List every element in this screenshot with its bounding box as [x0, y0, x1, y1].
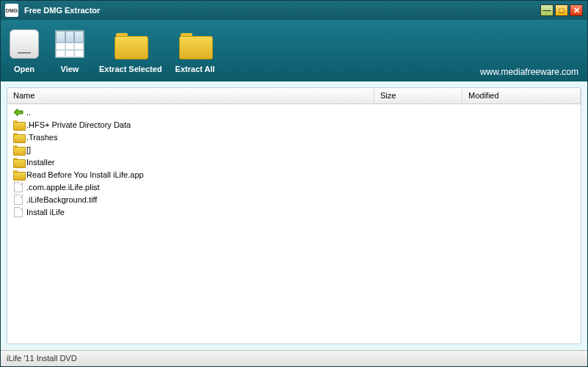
open-label: Open — [14, 65, 35, 73]
list-row[interactable]: .Trashes — [12, 131, 576, 143]
row-label: .Trashes — [26, 133, 57, 142]
window-title: Free DMG Extractor — [24, 6, 100, 15]
folder-icon — [12, 169, 25, 181]
app-icon: DMG — [5, 4, 18, 17]
row-label: Installer — [26, 158, 55, 167]
list-header: Name Size Modified — [7, 88, 581, 104]
back-arrow-icon — [12, 106, 25, 118]
list-row[interactable]: .HFS+ Private Directory Data — [12, 118, 576, 131]
status-text: iLife '11 Install DVD — [7, 354, 77, 363]
view-label: View — [61, 65, 79, 73]
folder-icon — [12, 119, 25, 131]
list-row[interactable]: Read Before You Install iLife.app — [12, 168, 576, 181]
file-icon — [12, 206, 25, 218]
row-label: Install iLife — [26, 208, 65, 217]
file-icon — [12, 194, 25, 206]
folder-icon — [12, 144, 25, 156]
row-label: .HFS+ Private Directory Data — [26, 120, 131, 129]
column-modified[interactable]: Modified — [462, 88, 581, 103]
extract-all-label: Extract All — [175, 65, 215, 73]
list-row[interactable]: .com.apple.iLife.plist — [12, 181, 576, 193]
folder-icon — [179, 30, 211, 58]
extract-all-button[interactable]: Extract All — [175, 28, 215, 73]
row-label: [] — [26, 145, 31, 154]
list-row[interactable]: .iLifeBackground.tiff — [12, 193, 576, 206]
list-body[interactable]: ...HFS+ Private Directory Data.Trashes[]… — [7, 104, 581, 344]
minimize-button[interactable]: — — [540, 4, 553, 16]
drive-icon — [10, 29, 39, 59]
content-area: Name Size Modified ...HFS+ Private Direc… — [1, 81, 587, 350]
website-link[interactable]: www.mediafreeware.com — [480, 67, 578, 77]
row-label: Read Before You Install iLife.app — [26, 170, 144, 179]
grid-icon — [55, 30, 84, 58]
extract-selected-label: Extract Selected — [99, 65, 162, 73]
list-row[interactable]: [] — [12, 143, 576, 156]
file-list: Name Size Modified ...HFS+ Private Direc… — [7, 87, 581, 344]
row-label: .. — [26, 108, 31, 117]
maximize-button[interactable]: □ — [555, 4, 568, 16]
folder-icon — [12, 131, 25, 143]
list-row[interactable]: Install iLife — [12, 206, 576, 218]
statusbar: iLife '11 Install DVD — [1, 350, 587, 366]
row-label: .com.apple.iLife.plist — [26, 183, 100, 192]
open-button[interactable]: Open — [8, 28, 40, 73]
close-button[interactable]: ✕ — [570, 4, 583, 16]
column-name[interactable]: Name — [7, 88, 374, 103]
row-label: .iLifeBackground.tiff — [26, 195, 97, 204]
list-row[interactable]: Installer — [12, 156, 576, 168]
folder-icon — [115, 30, 147, 58]
list-row[interactable]: .. — [12, 106, 576, 118]
toolbar: Open View Extract Selected Extract All w… — [1, 20, 587, 81]
extract-selected-button[interactable]: Extract Selected — [99, 28, 162, 73]
view-button[interactable]: View — [54, 28, 86, 73]
column-size[interactable]: Size — [374, 88, 462, 103]
file-icon — [12, 181, 25, 193]
titlebar[interactable]: DMG Free DMG Extractor — □ ✕ — [1, 1, 587, 20]
app-window: DMG Free DMG Extractor — □ ✕ Open View E… — [0, 0, 588, 367]
folder-icon — [12, 156, 25, 168]
